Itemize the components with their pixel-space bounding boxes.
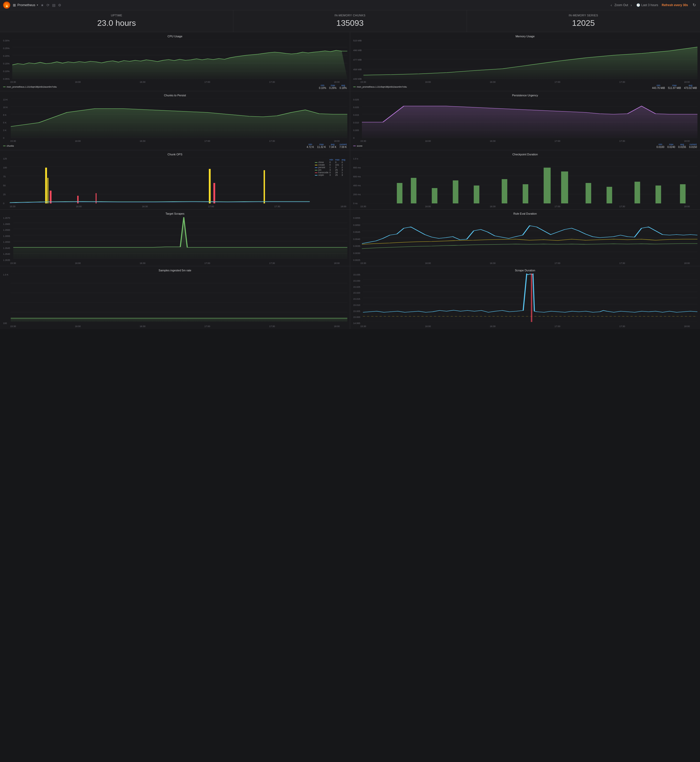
rule-eval-x-axis: 15:3016:0016:3017:0017:3018:00 xyxy=(353,262,697,264)
svg-rect-48 xyxy=(502,179,507,203)
refresh-button[interactable]: ↻ xyxy=(692,2,697,8)
svg-rect-45 xyxy=(432,188,438,203)
svg-rect-53 xyxy=(606,187,612,203)
panel-memory-usage: Memory Usage 515 MiB 496 MiB 477 MiB 458… xyxy=(350,32,700,91)
charts-grid: CPU Usage 0.30% 0.25% 0.20% 0.15% 0.10% … xyxy=(0,32,700,329)
header-right-controls: ‹ Zoom Out › 🕐 Last 3 hours Refresh ever… xyxy=(610,2,697,8)
svg-rect-43 xyxy=(397,183,403,203)
dropdown-chevron-icon: ▾ xyxy=(37,3,38,6)
mem-x-axis: 15:3016:0016:3017:0017:3018:00 xyxy=(353,81,697,83)
panel-persistence-urgency-title: Persistence Urgency xyxy=(353,94,697,97)
mem-legend-row: mon_prometheus.1.i21rbqm38jvinb1iwumlm7x… xyxy=(353,84,697,89)
panel-memory-title: Memory Usage xyxy=(353,35,697,38)
stat-series-value: 12025 xyxy=(472,19,695,28)
star-icon[interactable]: ★ xyxy=(41,3,44,7)
stat-uptime-label: Uptime xyxy=(5,14,228,17)
share-icon[interactable]: ⟳ xyxy=(47,3,50,7)
svg-rect-50 xyxy=(544,168,550,203)
chunks-x-axis: 15:3016:0016:3017:0017:3018:00 xyxy=(3,140,347,142)
panel-cpu-usage-title: CPU Usage xyxy=(3,35,347,38)
panel-samples-ingested: Samples ingested 5m rate 1.0 K 100 xyxy=(0,266,350,329)
dashboard-title-group[interactable]: ▦ Prometheus ▾ xyxy=(13,3,38,7)
panel-persistence-urgency: Persistence Urgency 0.025 0.020 0.015 0.… xyxy=(350,91,700,150)
panel-chunks-persist-title: Chunks to Persist xyxy=(3,94,347,97)
zoom-out-label[interactable]: Zoom Out xyxy=(614,3,628,7)
time-range-picker[interactable]: 🕐 Last 3 hours xyxy=(636,3,658,7)
stat-chunks-label: In-Memory Chunks xyxy=(238,14,461,17)
svg-rect-54 xyxy=(634,182,640,203)
panel-rule-eval-title: Rule Eval Duration xyxy=(353,212,697,215)
panel-chunks-persist: Chunks to Persist 13 K 10 K 8 K 5 K 3 K … xyxy=(0,91,350,150)
panel-scrape-duration-title: Scrape Duration xyxy=(353,269,697,272)
cpu-legend-label: mon_prometheus.1.i21rbqm38jvinb1iwumlm7x… xyxy=(7,86,57,88)
urgency-legend-row: score min0.0100 max0.0240 avg0.0155 curr… xyxy=(353,143,697,148)
panel-rule-eval: Rule Eval Duration 0.0055 0.0050 0.0045 … xyxy=(350,209,700,266)
panel-samples-ingested-title: Samples ingested 5m rate xyxy=(3,269,347,272)
svg-rect-47 xyxy=(474,186,480,203)
scrape-duration-x-axis: 15:3016:0016:3017:0017:3018:00 xyxy=(353,325,697,328)
grafana-logo: 🔥 xyxy=(3,2,10,9)
stat-uptime: Uptime 23.0 hours xyxy=(0,10,233,32)
urgency-x-axis: 15:3016:0016:3017:0017:3018:00 xyxy=(353,140,697,142)
svg-rect-46 xyxy=(453,180,458,203)
svg-rect-51 xyxy=(561,172,568,203)
zoom-out-next-button[interactable]: › xyxy=(630,3,633,8)
svg-rect-56 xyxy=(680,184,686,203)
stat-chunks: In-Memory Chunks 135093 xyxy=(233,10,466,32)
panel-scrape-duration: Scrape Duration 15.035 15.030 15.025 15.… xyxy=(350,266,700,329)
grid-icon: ▦ xyxy=(13,3,16,7)
settings-icon[interactable]: ⚙ xyxy=(58,3,61,7)
stat-series: In-Memory Series 12025 xyxy=(467,10,700,32)
chunks-legend-row: chunks min4.72 K max11.32 K avg7.34 K cu… xyxy=(3,143,347,148)
cpu-legend-row: mon_prometheus.1.i21rbqm38jvinb1iwumlm7x… xyxy=(3,84,347,89)
panel-chunk-ops: Chunk OPS 125 100 75 50 25 0 xyxy=(0,150,350,209)
chunkops-x-axis: 15:3016:0016:3017:0017:3018:00 xyxy=(3,205,347,208)
panel-target-scrapes: Target Scrapes 1.2670 1.2665 1.2660 1.26… xyxy=(0,209,350,266)
stats-row: Uptime 23.0 hours In-Memory Chunks 13509… xyxy=(0,10,700,32)
stat-uptime-value: 23.0 hours xyxy=(5,19,228,28)
dashboard-action-icons: ★ ⟳ ▤ ⚙ xyxy=(41,3,61,7)
svg-rect-44 xyxy=(411,178,416,203)
panel-chunk-ops-title: Chunk OPS xyxy=(3,153,347,156)
svg-rect-52 xyxy=(586,183,591,203)
stat-series-label: In-Memory Series xyxy=(472,14,695,17)
panel-checkpoint-duration: Checkpoint Duration 1.0 s 800 ms 600 ms … xyxy=(350,150,700,209)
samples-x-axis: 15:3016:0016:3017:0017:3018:00 xyxy=(3,325,347,328)
zoom-out-prev-button[interactable]: ‹ xyxy=(610,3,613,8)
svg-rect-55 xyxy=(656,186,661,203)
top-navigation-bar: 🔥 ▦ Prometheus ▾ ★ ⟳ ▤ ⚙ ‹ Zoom Out › 🕐 … xyxy=(0,0,700,10)
panel-cpu-usage: CPU Usage 0.30% 0.25% 0.20% 0.15% 0.10% … xyxy=(0,32,350,91)
panel-target-scrapes-title: Target Scrapes xyxy=(3,212,347,215)
checkpoint-x-axis: 15:3016:0016:3017:0017:3018:00 xyxy=(353,205,697,208)
dashboard-title: Prometheus xyxy=(17,3,35,7)
target-scrapes-x-axis: 15:3016:0016:3017:0017:3018:00 xyxy=(3,262,347,264)
save-icon[interactable]: ▤ xyxy=(52,3,55,7)
panel-checkpoint-title: Checkpoint Duration xyxy=(353,153,697,156)
time-range-label: Last 3 hours xyxy=(641,3,658,7)
svg-rect-49 xyxy=(523,184,528,203)
clock-icon: 🕐 xyxy=(636,3,640,7)
stat-chunks-value: 135093 xyxy=(238,19,461,28)
refresh-interval-label[interactable]: Refresh every 30s xyxy=(662,3,688,7)
cpu-legend-dot xyxy=(3,87,6,87)
chunk-ops-legend-table: minmaxavg clone000 create01012 persist13… xyxy=(315,158,346,176)
zoom-controls: ‹ Zoom Out › xyxy=(610,3,633,8)
cpu-x-axis: 15:3016:0016:3017:0017:3018:00 xyxy=(3,81,347,83)
